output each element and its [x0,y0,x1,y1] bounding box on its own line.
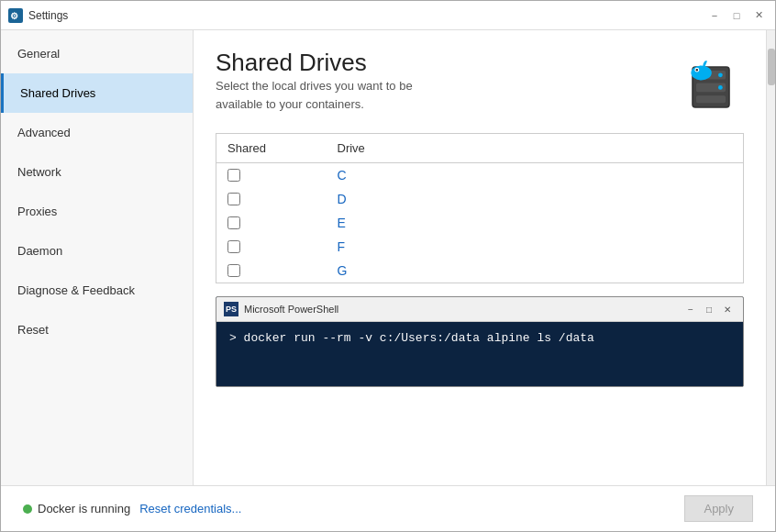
page-description: Select the local drives you want to beav… [216,77,413,113]
terminal-controls: − □ ✕ [682,301,736,317]
drive-G-checkbox[interactable] [227,264,240,277]
sidebar-item-daemon[interactable]: Daemon [1,231,193,271]
sidebar-item-reset[interactable]: Reset [1,310,193,349]
table-row: C [216,163,744,188]
apply-button[interactable]: Apply [684,495,753,522]
svg-point-6 [718,72,723,77]
settings-window: ⚙ Settings − □ ✕ General Shared Drives A… [0,0,776,532]
drive-D-label: D [327,187,744,211]
title-bar: ⚙ Settings − □ ✕ [1,1,775,30]
page-header: Shared Drives Select the local drives yo… [216,49,744,127]
bottom-bar: Docker is running Reset credentials... A… [1,485,775,531]
drive-C-label: C [327,163,744,188]
sidebar-item-shared-drives[interactable]: Shared Drives [1,73,193,113]
main-content: General Shared Drives Advanced Network P… [1,30,775,485]
docker-status: Docker is running [23,502,130,515]
col-shared: Shared [216,134,327,163]
sidebar-item-advanced[interactable]: Advanced [1,113,193,152]
terminal-box: PS Microsoft PowerShell − □ ✕ > docker r… [216,296,744,387]
col-drive: Drive [327,134,744,163]
window-controls: − □ ✕ [705,6,768,25]
drive-E-checkbox[interactable] [227,216,240,229]
terminal-command: > docker run --rm -v c:/Users:/data alpi… [229,331,594,345]
sidebar-item-diagnose[interactable]: Diagnose & Feedback [1,271,193,310]
table-row: E [216,211,744,235]
powershell-icon: PS [224,302,238,316]
bottom-left: Docker is running Reset credentials... [23,502,241,515]
drive-F-label: F [327,235,744,259]
table-row: F [216,235,744,259]
window-title: Settings [28,9,68,22]
svg-point-8 [691,65,711,80]
terminal-maximize-button[interactable]: □ [701,301,717,317]
terminal-minimize-button[interactable]: − [682,301,699,317]
minimize-button[interactable]: − [705,6,724,25]
drive-F-checkbox[interactable] [227,240,240,253]
docker-whale-icon [671,49,744,122]
drive-C-checkbox[interactable] [227,169,240,182]
table-row: G [216,259,744,283]
sidebar: General Shared Drives Advanced Network P… [1,30,194,485]
drives-table: Shared Drive CDEFG [216,133,744,283]
status-text: Docker is running [38,502,130,515]
terminal-body: > docker run --rm -v c:/Users:/data alpi… [216,322,743,386]
table-row: D [216,187,744,211]
checkbox-cell [227,240,316,253]
svg-text:⚙: ⚙ [10,11,18,21]
status-dot [23,504,32,514]
terminal-titlebar-left: PS Microsoft PowerShell [224,302,338,316]
terminal-titlebar: PS Microsoft PowerShell − □ ✕ [216,297,743,322]
maximize-button[interactable]: □ [727,6,746,25]
scrollbar-thumb[interactable] [768,49,775,85]
content-area: Shared Drives Select the local drives yo… [194,30,766,485]
drive-G-label: G [327,259,744,283]
page-header-text: Shared Drives Select the local drives yo… [216,49,413,127]
checkbox-cell [227,193,316,205]
checkbox-cell [227,216,316,229]
sidebar-item-proxies[interactable]: Proxies [1,192,193,231]
title-bar-left: ⚙ Settings [8,8,68,23]
app-icon: ⚙ [8,8,23,23]
checkbox-cell [227,169,316,182]
svg-point-7 [718,85,723,90]
terminal-title: Microsoft PowerShell [244,304,338,315]
terminal-close-button[interactable]: ✕ [719,301,736,317]
sidebar-item-general[interactable]: General [1,34,193,73]
checkbox-cell [227,264,316,277]
drive-D-checkbox[interactable] [227,193,240,205]
page-title: Shared Drives [216,49,413,77]
drive-E-label: E [327,211,744,235]
sidebar-item-network[interactable]: Network [1,152,193,192]
svg-rect-5 [696,95,726,103]
reset-credentials-link[interactable]: Reset credentials... [139,502,241,515]
scrollbar[interactable] [766,30,775,485]
close-button[interactable]: ✕ [749,6,768,25]
svg-point-10 [696,69,698,71]
